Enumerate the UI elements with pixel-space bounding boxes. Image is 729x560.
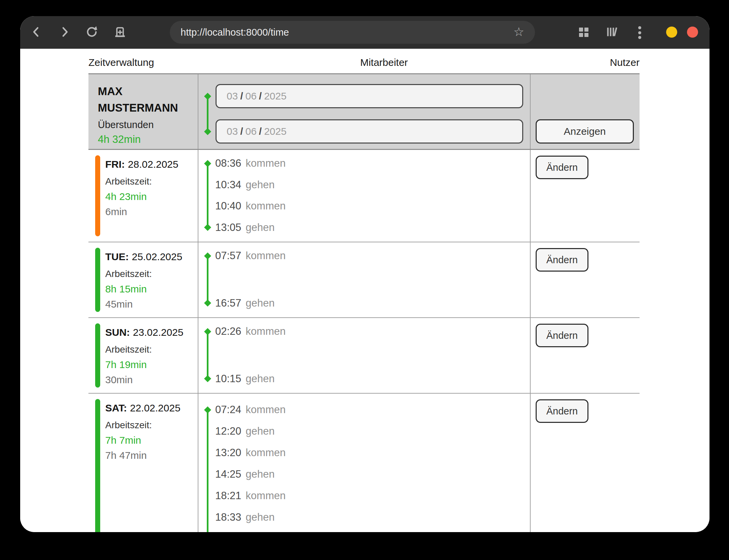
day-row: TUE:25.02.2025 Arbeitszeit: 8h 15min 45m…	[88, 242, 640, 318]
timeline-line	[207, 409, 208, 532]
timeline-diamond-top	[204, 252, 211, 259]
time-entry: 10:34gehen	[215, 178, 530, 192]
timeline-line	[207, 331, 208, 379]
close-button[interactable]	[687, 27, 698, 38]
browser-window: http://localhost:8000/time ☆ Zeitverwalt…	[20, 16, 709, 532]
new-tab-icon[interactable]	[114, 26, 126, 38]
day-status-bar	[95, 399, 100, 532]
day-label: SAT:	[105, 402, 127, 413]
worktime-value: 7h 19min	[105, 357, 198, 372]
worktime-label: Arbeitszeit:	[105, 174, 198, 189]
url-text[interactable]: http://localhost:8000/time	[181, 21, 289, 44]
aendern-button[interactable]: Ändern	[536, 324, 588, 347]
worktime-label: Arbeitszeit:	[105, 342, 198, 357]
day-label: TUE:	[105, 251, 129, 262]
range-line	[207, 96, 208, 131]
time-entry: 13:20kommen	[215, 446, 530, 459]
employee-name: MAX MUSTERMANN	[98, 83, 189, 116]
time-entry: 07:24kommen	[215, 403, 530, 416]
time-entry: 08:36kommen	[215, 157, 530, 170]
day-row: SUN:23.02.2025 Arbeitszeit: 7h 19min 30m…	[88, 318, 640, 394]
day-date: 25.02.2025	[132, 251, 182, 262]
time-entry: 14:25gehen	[215, 468, 530, 481]
timeline-diamond-top	[204, 328, 211, 335]
anzeigen-button[interactable]: Anzeigen	[536, 119, 634, 144]
day-date: 28.02.2025	[128, 159, 178, 170]
worktime-value: 8h 15min	[105, 281, 198, 296]
page-content: Zeitverwaltung Mitarbeiter Nutzer MAX MU…	[20, 49, 709, 532]
time-table: MAX MUSTERMANN Überstunden 4h 32min 03/0…	[88, 73, 640, 532]
time-entry: 18:33gehen	[215, 511, 530, 524]
menu-icon[interactable]	[638, 26, 642, 39]
day-status-bar	[95, 248, 100, 312]
aendern-button[interactable]: Ändern	[536, 156, 588, 179]
forward-icon[interactable]	[59, 26, 71, 38]
day-date: 22.02.2025	[130, 402, 180, 413]
extra-time: 45min	[105, 296, 198, 312]
employee-cell: MAX MUSTERMANN Überstunden 4h 32min	[88, 74, 198, 149]
range-diamond-bottom	[204, 128, 211, 135]
bookmark-star-icon[interactable]: ☆	[513, 26, 524, 38]
day-status-bar	[95, 155, 100, 236]
time-entry: 16:57gehen	[215, 296, 530, 310]
filter-action-cell: Anzeigen	[531, 74, 640, 149]
nav-mitarbeiter[interactable]: Mitarbeiter	[360, 57, 408, 68]
day-status-bar	[95, 323, 100, 388]
nav-zeitverwaltung[interactable]: Zeitverwaltung	[88, 57, 154, 68]
time-entry: 12:20gehen	[215, 425, 530, 438]
day-row: SAT:22.02.2025 Arbeitszeit: 7h 7min 7h 4…	[88, 394, 640, 532]
time-entry: 10:15gehen	[215, 372, 530, 386]
timeline-cell: 08:36kommen 10:34gehen 10:40kommen 13:05…	[198, 150, 531, 242]
timeline-cell: 07:57kommen 16:57gehen	[198, 242, 531, 317]
extra-time: 6min	[105, 204, 198, 219]
extra-time: 30min	[105, 372, 198, 387]
extra-time: 7h 47min	[105, 448, 198, 463]
library-icon[interactable]	[606, 26, 618, 38]
time-entry: 10:40kommen	[215, 199, 530, 213]
timeline-diamond-top	[204, 406, 211, 413]
time-entry: 13:05gehen	[215, 221, 530, 234]
aendern-button[interactable]: Ändern	[536, 248, 588, 272]
date-to-input[interactable]: 03/06/2025	[216, 119, 523, 144]
day-label: FRI:	[105, 159, 125, 170]
worktime-label: Arbeitszeit:	[105, 266, 198, 281]
nav-nutzer[interactable]: Nutzer	[610, 57, 640, 68]
day-row: FRI:28.02.2025 Arbeitszeit: 4h 23min 6mi…	[88, 150, 640, 242]
overtime-value: 4h 32min	[98, 133, 198, 146]
reload-icon[interactable]	[86, 26, 98, 38]
worktime-value: 4h 23min	[105, 189, 198, 204]
timeline-diamond-bottom	[204, 224, 211, 231]
timeline-line	[207, 255, 208, 304]
day-date: 23.02.2025	[133, 327, 183, 338]
timeline-diamond-bottom	[204, 375, 211, 382]
date-filter-cell: 03/06/2025 03/06/2025	[198, 74, 531, 149]
timeline-cell: 07:24kommen 12:20gehen 13:20kommen 14:25…	[198, 394, 531, 532]
time-entry: 07:57kommen	[215, 249, 530, 263]
overtime-label: Überstunden	[98, 119, 198, 130]
time-entry: 18:21kommen	[215, 489, 530, 503]
tab-grid-icon[interactable]	[579, 28, 588, 37]
timeline-diamond-top	[204, 160, 211, 167]
timeline-diamond-bottom	[204, 299, 211, 307]
date-from-input[interactable]: 03/06/2025	[216, 84, 523, 108]
timeline-cell: 02:26kommen 10:15gehen	[198, 318, 531, 393]
aendern-button[interactable]: Ändern	[536, 399, 588, 423]
minimize-button[interactable]	[666, 27, 677, 38]
range-diamond-top	[204, 93, 211, 100]
timeline-line	[207, 163, 208, 228]
time-entry: 02:26kommen	[215, 325, 530, 338]
browser-toolbar: http://localhost:8000/time ☆	[20, 16, 709, 49]
address-bar[interactable]: http://localhost:8000/time ☆	[170, 21, 535, 44]
back-icon[interactable]	[30, 26, 42, 38]
summary-row: MAX MUSTERMANN Überstunden 4h 32min 03/0…	[88, 74, 640, 150]
worktime-value: 7h 7min	[105, 433, 198, 448]
worktime-label: Arbeitszeit:	[105, 417, 198, 433]
day-label: SUN:	[105, 327, 130, 338]
